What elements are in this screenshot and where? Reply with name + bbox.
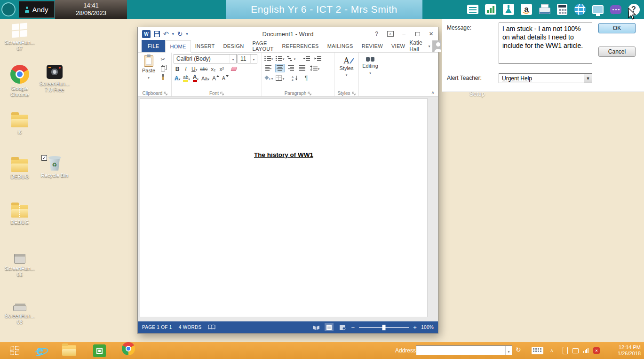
- tab-page-layout[interactable]: PAGE LAYOUT: [248, 40, 278, 52]
- change-case-button[interactable]: Aa: [200, 74, 210, 82]
- grow-font-button[interactable]: A: [211, 74, 220, 82]
- tab-review[interactable]: REVIEW: [358, 40, 387, 52]
- survey-chart-button[interactable]: [484, 3, 497, 16]
- desktop-icon-screenhunter-06[interactable]: ScreenHun... 06: [3, 252, 37, 278]
- maximize-button[interactable]: [411, 27, 424, 40]
- editing-button[interactable]: Editing: [361, 54, 380, 75]
- zoom-level[interactable]: 100%: [421, 325, 434, 330]
- chevron-down-icon[interactable]: ▾: [172, 32, 174, 36]
- tab-design[interactable]: DESIGN: [219, 40, 248, 52]
- document-heading[interactable]: The history of WW1: [140, 151, 427, 158]
- drive-icon[interactable]: [572, 348, 579, 353]
- italic-button[interactable]: I: [182, 65, 190, 73]
- highlight-button[interactable]: ab: [182, 74, 191, 82]
- cut-button[interactable]: ✂: [159, 56, 167, 63]
- tab-insert[interactable]: INSERT: [191, 40, 219, 52]
- apps-button[interactable]: [502, 3, 515, 16]
- desktop-icon-screenhunter-free[interactable]: ScreenHun... 7.0 Free: [38, 65, 72, 93]
- zoom-out-button[interactable]: −: [351, 324, 355, 330]
- font-color-button[interactable]: A: [192, 74, 199, 82]
- superscript-button[interactable]: x²: [218, 65, 225, 73]
- chevron-down-icon[interactable]: [250, 55, 257, 63]
- underline-button[interactable]: U: [191, 65, 198, 73]
- chrome-taskbar-button[interactable]: [119, 342, 138, 355]
- increase-indent-button[interactable]: [313, 54, 322, 62]
- sort-button[interactable]: AZ: [290, 74, 300, 82]
- multilevel-list-button[interactable]: [286, 54, 296, 62]
- dialog-launcher-icon[interactable]: [220, 92, 224, 95]
- borders-button[interactable]: [275, 74, 285, 82]
- web-layout-button[interactable]: [338, 323, 347, 331]
- calculator-button[interactable]: [556, 3, 569, 16]
- desktop-icon-debug-zip[interactable]: DEBUG: [3, 202, 37, 226]
- collapse-ribbon-button[interactable]: ˄: [431, 90, 434, 95]
- chevron-down-icon[interactable]: [505, 346, 512, 355]
- device-icon[interactable]: [563, 347, 568, 354]
- numbering-button[interactable]: [275, 54, 285, 62]
- cancel-button[interactable]: Cancel: [598, 47, 636, 57]
- paste-button[interactable]: Paste: [141, 54, 157, 82]
- alert-badge-icon[interactable]: ✕: [593, 347, 600, 354]
- zoom-in-button[interactable]: +: [413, 324, 417, 330]
- a-app-button[interactable]: a: [520, 3, 533, 16]
- strikethrough-button[interactable]: abc: [199, 65, 208, 73]
- line-spacing-button[interactable]: [309, 64, 320, 72]
- bullets-button[interactable]: [264, 54, 273, 62]
- redo-button[interactable]: ↻: [177, 31, 183, 37]
- tab-mailings[interactable]: MAILINGS: [323, 40, 358, 52]
- file-explorer-button[interactable]: [59, 342, 79, 359]
- text-effects-button[interactable]: A: [174, 74, 181, 82]
- zoom-slider[interactable]: [359, 327, 409, 328]
- proofing-icon[interactable]: [208, 324, 215, 331]
- print-layout-button[interactable]: [325, 323, 334, 331]
- taskbar-clock[interactable]: 12:14 PM 1/26/2018: [618, 344, 641, 357]
- desktop-icon-google-chrome[interactable]: Google Chrome: [3, 65, 37, 98]
- save-button[interactable]: [154, 31, 160, 37]
- screen-share-button[interactable]: [591, 3, 604, 16]
- word-count[interactable]: 4 WORDS: [179, 325, 202, 330]
- subscript-button[interactable]: x₂: [209, 65, 217, 73]
- bold-button[interactable]: B: [174, 65, 181, 73]
- tab-references[interactable]: REFERENCES: [278, 40, 323, 52]
- page-indicator[interactable]: PAGE 1 OF 1: [142, 325, 172, 330]
- shrink-font-button[interactable]: A: [221, 74, 230, 82]
- account-area[interactable]: Katie Hall ▾: [409, 40, 442, 52]
- format-painter-button[interactable]: [159, 75, 167, 82]
- tab-home[interactable]: HOME: [165, 40, 191, 53]
- copy-button[interactable]: [159, 65, 167, 72]
- student-name-badge[interactable]: Andy: [19, 1, 55, 18]
- minimize-button[interactable]: –: [397, 27, 411, 40]
- close-button[interactable]: ✕: [424, 27, 438, 40]
- document-page[interactable]: The history of WW1: [140, 98, 428, 317]
- desktop-icon-screenhunter-08[interactable]: ScreenHun... 08: [3, 300, 37, 325]
- decrease-indent-button[interactable]: [302, 54, 311, 62]
- refresh-button[interactable]: ↻: [516, 346, 521, 353]
- messages-button[interactable]: [466, 3, 479, 16]
- font-name-combobox[interactable]: Calibri (Body): [174, 54, 237, 63]
- tab-file[interactable]: FILE: [142, 40, 165, 52]
- align-left-button[interactable]: [264, 64, 273, 72]
- zoom-slider-thumb[interactable]: [382, 325, 386, 330]
- show-hidden-icons-button[interactable]: ˄: [550, 348, 553, 353]
- dialog-launcher-icon[interactable]: [308, 92, 311, 95]
- customize-toolbar-icon[interactable]: ▾: [186, 32, 188, 36]
- chevron-down-icon[interactable]: ▼: [584, 74, 592, 83]
- font-size-combobox[interactable]: 11: [238, 54, 257, 63]
- styles-button[interactable]: A Styles: [336, 54, 357, 77]
- start-button[interactable]: [4, 342, 25, 359]
- desktop-icon-i6[interactable]: i6: [3, 112, 37, 135]
- clear-formatting-button[interactable]: [230, 65, 238, 73]
- alert-teacher-dropdown[interactable]: Urgent Help ▼: [499, 73, 592, 83]
- help-button[interactable]: ?: [370, 27, 383, 40]
- ok-button[interactable]: OK: [598, 23, 636, 33]
- align-center-button[interactable]: [275, 64, 285, 72]
- read-mode-button[interactable]: [311, 323, 320, 331]
- desktop-icon-debug-folder[interactable]: DEBUG: [3, 156, 37, 180]
- dialog-launcher-icon[interactable]: [164, 92, 167, 95]
- chevron-down-icon[interactable]: [230, 55, 236, 63]
- show-formatting-button[interactable]: ¶: [302, 74, 311, 82]
- document-area[interactable]: The history of WW1: [138, 97, 438, 322]
- justify-button[interactable]: [298, 64, 307, 72]
- network-signal-icon[interactable]: [583, 348, 588, 353]
- address-input[interactable]: [416, 345, 512, 355]
